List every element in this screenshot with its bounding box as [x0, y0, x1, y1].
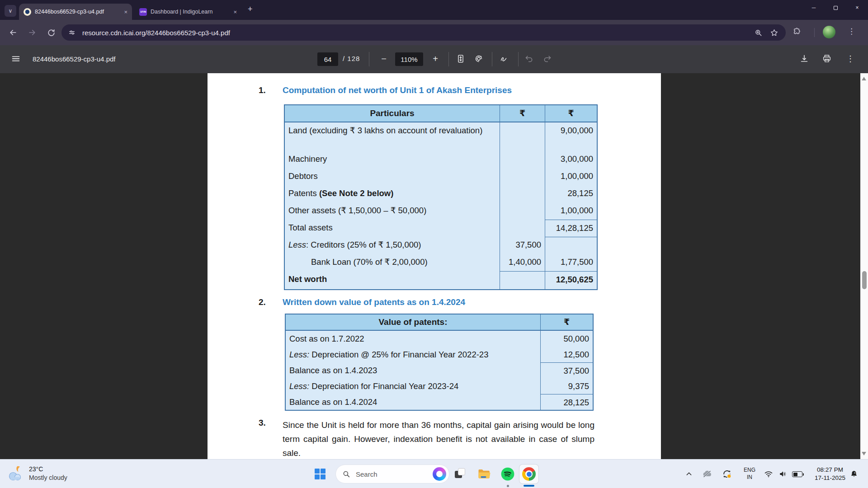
- back-button[interactable]: [6, 26, 20, 39]
- table-header-cell: ₹: [500, 105, 545, 122]
- forward-button[interactable]: [25, 26, 39, 39]
- rotate-button[interactable]: [474, 54, 484, 64]
- tab-indigolearn[interactable]: 1FIN Dashboard | IndigoLearn ×: [135, 4, 241, 20]
- scrollbar-thumb[interactable]: [862, 271, 867, 289]
- restore-icon: [834, 6, 838, 10]
- pdf-toolbar: 82446bos66529-cp3-u4.pdf 64 / 128 − 110%…: [0, 45, 868, 73]
- search-icon: [342, 470, 350, 478]
- taskbar: 23°C Mostly cloudy Search: [0, 459, 868, 488]
- redo-button[interactable]: [542, 54, 552, 63]
- svg-text:z: z: [854, 471, 855, 474]
- update-pending-icon[interactable]: [722, 469, 732, 479]
- row-label: Net worth: [285, 271, 500, 289]
- table-row: Net worth12,50,625: [285, 271, 597, 289]
- url-text[interactable]: resource.cdn.icai.org/82446bos66529-cp3-…: [82, 29, 230, 37]
- pdf-toolbar-divider: [492, 52, 492, 66]
- download-icon: [799, 54, 809, 64]
- weather-widget[interactable]: 23°C Mostly cloudy: [6, 465, 67, 483]
- row-label: Less: Depreciation @ 25% for Financial Y…: [286, 347, 541, 362]
- restore-button[interactable]: [825, 0, 846, 15]
- reload-button[interactable]: [44, 26, 58, 39]
- site-info-icon[interactable]: [68, 28, 76, 37]
- undo-button[interactable]: [524, 54, 534, 63]
- redo-icon: [542, 54, 552, 63]
- browser-menu-icon[interactable]: ⋮: [848, 27, 855, 36]
- row-label: Bank Loan (70% of ₹ 2,00,000): [285, 254, 500, 271]
- task-view-button[interactable]: [455, 468, 467, 480]
- row-label: Machinery: [285, 151, 500, 168]
- tray-show-hidden-icons[interactable]: [685, 470, 693, 478]
- battery-icon[interactable]: [792, 471, 804, 477]
- tab-close-icon[interactable]: ×: [124, 9, 127, 15]
- new-tab-button[interactable]: +: [248, 5, 253, 14]
- tab-search-button[interactable]: ∨: [5, 5, 16, 17]
- row-label: Less: Depreciation for Financial Year 20…: [286, 378, 541, 394]
- row-label: Balance as on 1.4.2024: [286, 394, 541, 410]
- profile-avatar[interactable]: [823, 26, 835, 38]
- folder-icon: [477, 467, 491, 481]
- start-button[interactable]: [315, 469, 326, 479]
- scroll-up-arrow[interactable]: [862, 77, 866, 80]
- copilot-icon[interactable]: [433, 467, 446, 481]
- download-button[interactable]: [799, 54, 809, 64]
- volume-icon[interactable]: [778, 469, 788, 479]
- fit-page-button[interactable]: [456, 54, 466, 64]
- extensions-puzzle-icon[interactable]: [793, 27, 802, 37]
- taskbar-search-box[interactable]: Search: [335, 465, 449, 483]
- address-bar[interactable]: resource.cdn.icai.org/82446bos66529-cp3-…: [61, 24, 786, 41]
- screen: ∨ 82446bos66529-cp3-u4.pdf × 1FIN Dashbo…: [0, 0, 868, 488]
- print-icon: [822, 54, 832, 64]
- table-row: Patents (See Note 2 below)28,125: [285, 185, 597, 202]
- reload-icon: [47, 28, 56, 37]
- row-amount: [500, 168, 545, 185]
- close-button[interactable]: ×: [846, 0, 868, 15]
- clock-widget[interactable]: 08:27 PM 17-11-2025: [812, 466, 848, 482]
- zoom-in-button[interactable]: +: [429, 54, 441, 64]
- spotify-button[interactable]: [501, 467, 514, 481]
- pdf-more-menu-icon[interactable]: ⋮: [846, 54, 854, 64]
- zoom-page-icon[interactable]: [754, 28, 763, 37]
- pdf-viewer-background: 1. Computation of net worth of Unit 1 of…: [0, 73, 860, 459]
- onedrive-paused-icon[interactable]: [702, 469, 712, 479]
- tray-date: 17-11-2025: [812, 474, 848, 482]
- scrollbar[interactable]: [860, 73, 868, 459]
- tab-close-icon[interactable]: ×: [233, 9, 237, 15]
- table-row: Debtors1,00,000: [285, 168, 597, 185]
- bookmark-star-icon[interactable]: [770, 28, 778, 37]
- 1fin-favicon: 1FIN: [139, 8, 147, 16]
- draw-squiggle-icon: [499, 54, 509, 64]
- zoom-out-button[interactable]: −: [378, 54, 390, 64]
- chrome-button-active[interactable]: [519, 464, 539, 484]
- row-amount: 1,00,000: [545, 202, 597, 220]
- language-line2: IN: [741, 474, 758, 481]
- back-arrow-icon: [9, 28, 18, 37]
- table-header-cell: Particulars: [285, 105, 500, 122]
- table-row: Less: Depreciation @ 25% for Financial Y…: [286, 347, 593, 362]
- chevron-up-icon: [685, 470, 693, 478]
- print-button[interactable]: [822, 54, 832, 64]
- item-number: 3.: [259, 418, 283, 459]
- pdf-toolbar-divider: [369, 52, 369, 66]
- table-header-row: Value of patents:₹: [286, 314, 593, 331]
- row-amount: [500, 202, 545, 220]
- minimize-button[interactable]: ─: [803, 0, 825, 15]
- pdf-menu-button[interactable]: [11, 54, 21, 64]
- row-amount: 1,77,500: [545, 254, 597, 271]
- rotate-icon: [474, 54, 484, 64]
- net-worth-table: Particulars₹₹Land (excluding ₹ 3 lakhs o…: [284, 104, 598, 290]
- language-indicator[interactable]: ENG IN: [741, 466, 758, 481]
- doc-item-2: 2. Written down value of patents as on 1…: [259, 297, 465, 307]
- annotate-button[interactable]: [499, 54, 509, 64]
- scroll-down-arrow[interactable]: [862, 452, 866, 455]
- page-number-input[interactable]: 64: [317, 52, 338, 66]
- row-amount: 9,00,000: [545, 122, 597, 151]
- notification-bell-icon[interactable]: z: [850, 470, 858, 478]
- tab-pdf[interactable]: 82446bos66529-cp3-u4.pdf ×: [19, 4, 132, 20]
- wifi-icon[interactable]: [764, 469, 773, 479]
- zoom-level-input[interactable]: 110%: [395, 52, 423, 66]
- file-explorer-button[interactable]: [477, 467, 491, 481]
- row-amount: 28,125: [545, 185, 597, 202]
- table-row: Land (excluding ₹ 3 lakhs on account of …: [285, 122, 597, 151]
- tab-title: Dashboard | IndigoLearn: [151, 9, 228, 15]
- row-amount: 3,00,000: [545, 151, 597, 168]
